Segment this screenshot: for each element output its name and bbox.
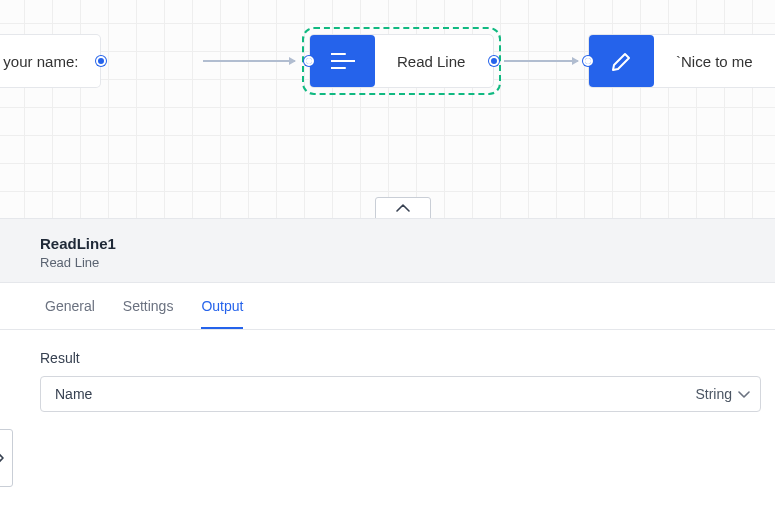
panel-subtitle: Read Line: [40, 255, 775, 270]
result-field-row: String: [40, 376, 761, 412]
result-input[interactable]: [55, 386, 695, 402]
result-type-select[interactable]: String: [695, 386, 750, 402]
node-label: `Nice to me: [654, 53, 775, 70]
collapse-panel-button[interactable]: [375, 197, 431, 219]
panel-title: ReadLine1: [40, 235, 775, 252]
workflow-node-assign[interactable]: `Nice to me: [588, 34, 775, 88]
port-in[interactable]: [583, 56, 593, 66]
result-type-label: String: [695, 386, 732, 402]
chevron-right-icon: [0, 451, 4, 465]
workflow-node-write-line[interactable]: se tell me your name:: [0, 34, 101, 88]
properties-panel: ReadLine1 Read Line General Settings Out…: [0, 218, 775, 514]
tab-bar: General Settings Output: [0, 283, 775, 330]
tab-output[interactable]: Output: [201, 283, 243, 329]
workflow-node-read-line[interactable]: Read Line: [309, 34, 494, 88]
port-out[interactable]: [489, 56, 499, 66]
connector: [504, 60, 578, 62]
connector: [203, 60, 295, 62]
workflow-canvas[interactable]: se tell me your name: Read Line `Nice to…: [0, 0, 775, 218]
node-label: Read Line: [375, 53, 487, 70]
panel-header: ReadLine1 Read Line: [0, 219, 775, 283]
pencil-icon: [589, 35, 654, 87]
port-out[interactable]: [96, 56, 106, 66]
result-label: Result: [40, 350, 761, 366]
tab-general[interactable]: General: [45, 283, 95, 329]
chevron-down-icon: [738, 391, 750, 398]
chevron-up-icon: [396, 204, 410, 212]
port-in[interactable]: [304, 56, 314, 66]
read-line-icon: [310, 35, 375, 87]
node-label: se tell me your name:: [0, 53, 100, 70]
expand-sidebar-button[interactable]: [0, 429, 13, 487]
panel-body: Result String: [0, 330, 775, 412]
tab-settings[interactable]: Settings: [123, 283, 174, 329]
